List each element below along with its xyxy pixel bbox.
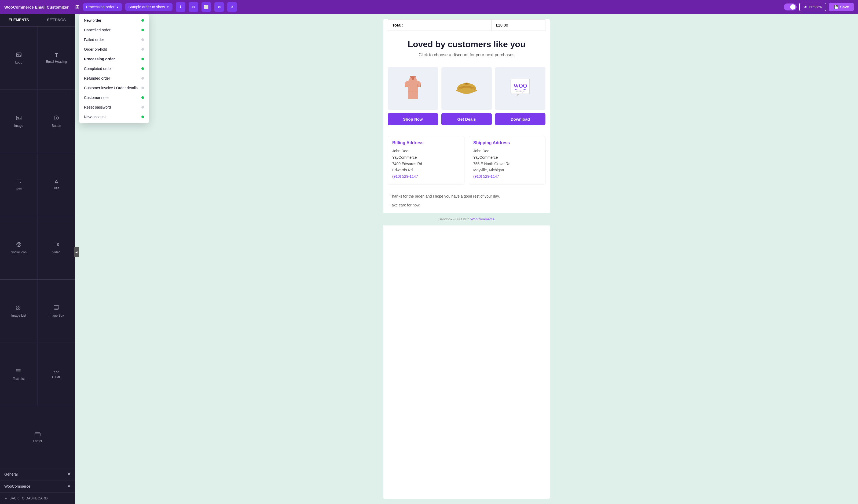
dropdown-item-new-order[interactable]: New order xyxy=(79,16,149,25)
dot-reset-password xyxy=(141,106,144,109)
element-title[interactable]: A Title xyxy=(38,153,75,216)
thank-you-section: Thanks for the order, and I hope you hav… xyxy=(383,189,550,213)
tab-settings[interactable]: SETTINGS xyxy=(37,14,75,26)
cap-image xyxy=(455,79,479,98)
svg-point-15 xyxy=(16,370,17,370)
total-label: Total: xyxy=(388,20,492,31)
video-label: Video xyxy=(52,250,60,254)
grid-icon[interactable]: ⊞ xyxy=(75,4,80,10)
image-box-label: Image Box xyxy=(49,314,64,318)
arrow-left-icon: ← xyxy=(4,496,8,500)
element-email-heading[interactable]: T Email Heading xyxy=(38,27,75,90)
element-image[interactable]: Image xyxy=(0,90,37,153)
billing-address-text: John Doe YayCommerce 7400 Edwards Rd Edw… xyxy=(392,148,460,180)
image-element-icon xyxy=(16,115,22,122)
element-logo[interactable]: Logo xyxy=(0,27,37,90)
video-element-icon xyxy=(53,242,59,249)
sample-order-dropdown[interactable]: Sample order to show ▼ xyxy=(125,3,173,11)
svg-rect-14 xyxy=(54,306,59,309)
order-type-dropdown-menu: New order Cancelled order Failed order O… xyxy=(79,14,149,123)
shop-now-button[interactable]: Shop Now xyxy=(388,113,438,125)
dot-new-account xyxy=(141,116,144,118)
woocommerce-footer-link[interactable]: WooCommerce xyxy=(470,217,494,221)
dropdown-item-failed[interactable]: Failed order xyxy=(79,35,149,45)
product-card-hoodie[interactable] xyxy=(388,67,438,110)
html-label: HTML xyxy=(52,375,61,379)
element-text[interactable]: Text xyxy=(0,153,37,216)
element-social-icon[interactable]: Social Icon xyxy=(0,216,37,279)
element-video[interactable]: Video xyxy=(38,216,75,279)
processing-order-dropdown[interactable]: Processing order ▲ xyxy=(83,3,122,11)
info-icon-btn[interactable]: ℹ xyxy=(176,2,186,12)
sidebar-section-woocommerce[interactable]: WooCommerce ▼ xyxy=(0,480,75,492)
toggle-switch[interactable] xyxy=(784,3,797,11)
svg-point-1 xyxy=(17,54,18,55)
email-heading-label: Email Heading xyxy=(46,60,67,64)
thank-you-line-2: Take care for now. xyxy=(390,202,543,209)
dropdown-item-processing[interactable]: Processing order xyxy=(79,54,149,64)
billing-address-title: Billing Address xyxy=(392,141,460,145)
text-element-icon xyxy=(16,178,22,185)
text-label: Text xyxy=(16,187,22,191)
sidebar-section-general[interactable]: General ▼ xyxy=(0,468,75,480)
dropdown-item-reset-password[interactable]: Reset password xyxy=(79,102,149,112)
dropdown-item-completed[interactable]: Completed order xyxy=(79,64,149,74)
reset-icon-btn[interactable]: ↺ xyxy=(227,2,237,12)
dot-completed xyxy=(141,67,144,70)
copy-icon-btn[interactable]: ⧉ xyxy=(214,2,224,12)
element-text-list[interactable]: Text List xyxy=(0,343,37,406)
element-button[interactable]: Button xyxy=(38,90,75,153)
svg-rect-12 xyxy=(16,308,18,309)
dot-processing xyxy=(141,58,144,60)
toggle-knob xyxy=(790,4,795,10)
sidebar: ELEMENTS SETTINGS Logo T Email Heading xyxy=(0,14,75,504)
promo-section: Loved by customers like you Click to cho… xyxy=(383,31,550,64)
dot-customer-note xyxy=(141,96,144,99)
element-footer[interactable]: Footer xyxy=(0,406,75,468)
total-value: £18.00 xyxy=(492,20,545,31)
social-icon-element-icon xyxy=(16,242,22,249)
svg-point-16 xyxy=(16,371,17,371)
dropdown-item-customer-note[interactable]: Customer note xyxy=(79,93,149,102)
thank-you-line-1: Thanks for the order, and I hope you hav… xyxy=(390,193,543,200)
total-row: Total: £18.00 xyxy=(388,19,545,31)
dropdown-item-invoice[interactable]: Customer invoice / Order details xyxy=(79,83,149,93)
svg-point-17 xyxy=(16,372,17,372)
btn-grid: Shop Now Get Deals Download xyxy=(383,113,550,132)
dropdown-item-on-hold[interactable]: Order on-hold xyxy=(79,45,149,54)
svg-rect-9 xyxy=(54,243,58,246)
dropdown-item-new-account[interactable]: New account xyxy=(79,112,149,122)
logo-label: Logo xyxy=(15,61,22,64)
download-button[interactable]: Download xyxy=(495,113,545,125)
get-deals-button[interactable]: Get Deals xyxy=(441,113,492,125)
addresses-section: Billing Address John Doe YayCommerce 740… xyxy=(383,132,550,189)
dropdown-item-cancelled[interactable]: Cancelled order xyxy=(79,25,149,35)
svg-text:the single: the single xyxy=(516,90,525,93)
product-card-woo[interactable]: WOO the single xyxy=(495,67,545,110)
product-card-cap[interactable] xyxy=(441,67,492,110)
preview-button[interactable]: 👁 Preview xyxy=(799,3,827,11)
svg-rect-19 xyxy=(35,433,40,436)
element-image-list[interactable]: Image List xyxy=(0,280,37,343)
text-list-element-icon xyxy=(16,368,22,375)
shipping-phone-link[interactable]: (910) 529-1147 xyxy=(473,174,499,179)
email-icon-btn[interactable]: ✉ xyxy=(189,2,198,12)
hoodie-image xyxy=(402,75,424,102)
text-list-label: Text List xyxy=(13,377,25,381)
promo-subtitle: Click to choose a discount for your next… xyxy=(389,52,544,58)
save-button[interactable]: 💾 Save xyxy=(829,3,854,11)
save-file-icon-btn[interactable]: ⬜ xyxy=(202,2,211,12)
woo-image: WOO the single xyxy=(509,77,531,100)
billing-phone-link[interactable]: (910) 529-1147 xyxy=(392,174,418,179)
social-icon-label: Social Icon xyxy=(11,250,27,254)
chevron-left-icon: ◀ xyxy=(75,251,78,254)
dropdown-item-refunded[interactable]: Refunded order xyxy=(79,74,149,83)
back-to-dashboard[interactable]: ← BACK TO DASHBOARD xyxy=(0,492,75,504)
tab-elements[interactable]: ELEMENTS xyxy=(0,14,37,26)
title-label: Title xyxy=(53,186,59,190)
collapse-sidebar-btn[interactable]: ◀ xyxy=(75,247,79,257)
element-image-box[interactable]: Image Box xyxy=(38,280,75,343)
image-label: Image xyxy=(14,124,23,128)
element-html[interactable]: </> HTML xyxy=(38,343,75,406)
logo-element-icon xyxy=(16,52,22,59)
